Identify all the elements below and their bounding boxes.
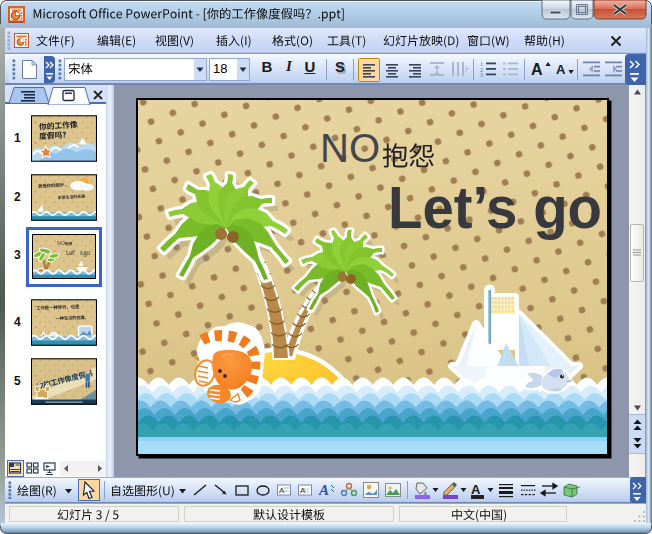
svg-text:A: A: [471, 482, 481, 497]
svg-text:A: A: [556, 62, 566, 77]
svg-text:Let’s go: Let’s go: [388, 174, 602, 241]
svg-text:NO: NO: [320, 126, 380, 170]
svg-text:A: A: [531, 61, 543, 78]
svg-text:A: A: [279, 486, 285, 495]
svg-text:3: 3: [480, 72, 483, 78]
svg-text:A: A: [318, 482, 329, 498]
